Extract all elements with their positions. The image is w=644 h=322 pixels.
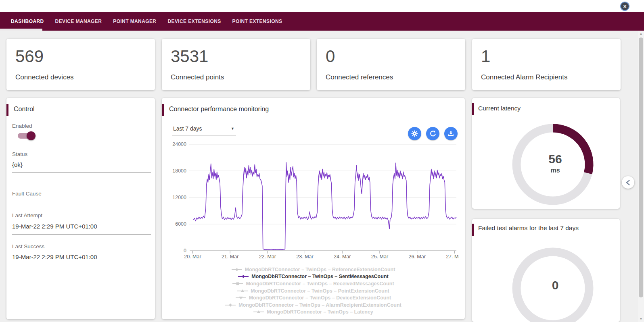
scrollbar-thumb[interactable] (639, 37, 643, 297)
legend-label: MongoDbRTConnector – TwinOps – Latency (267, 309, 373, 315)
legend-item-sent-messages-count[interactable]: MongoDbRTConnector – TwinOps – SentMessa… (162, 273, 465, 280)
legend-label: MongoDbRTConnector – TwinOps – AlarmReci… (238, 302, 401, 308)
svg-text:27. Mar: 27. Mar (446, 254, 459, 260)
chevron-left-icon (622, 177, 634, 189)
triangle-up-marker-icon (253, 310, 264, 314)
drawer-open-handle[interactable] (622, 176, 634, 189)
card-accent-bar (162, 104, 164, 116)
legend-item-reference-extension-count[interactable]: MongoDbRTConnector – TwinOps – Reference… (162, 266, 465, 273)
tab-point-manager[interactable]: POINT MANAGER (107, 12, 162, 31)
field-underline (12, 172, 151, 173)
card-accent-bar (6, 104, 8, 116)
svg-text:21. Mar: 21. Mar (222, 254, 238, 260)
control-panel: Control Enabled Status {ok} Fault Cause … (6, 98, 155, 319)
legend-item-received-messages-count[interactable]: MongoDbRTConnector – TwinOps – ReceivedM… (162, 280, 465, 287)
field-underline (12, 205, 151, 205)
reset-button[interactable] (426, 127, 439, 140)
field-label: Last Success (12, 243, 44, 249)
stat-value: 569 (15, 47, 44, 66)
svg-text:18000: 18000 (172, 168, 186, 174)
stat-label: Connected devices (15, 73, 74, 81)
stat-card-connected-references: 0 Connected references (317, 39, 465, 90)
failed-alarms-value: 0 (531, 278, 579, 292)
stat-value: 1 (481, 47, 490, 66)
legend-label: MongoDbRTConnector – TwinOps – ReceivedM… (246, 281, 394, 287)
failed-alarms-panel: Failed test alarms for the last 7 days 0 (472, 219, 620, 322)
stat-value: 0 (326, 47, 335, 66)
download-button[interactable] (444, 127, 458, 140)
dashboard-app: × DASHBOARD DEVICE MANAGER POINT MANAGER… (0, 0, 644, 322)
legend-item-device-extension-count[interactable]: MongoDbRTConnector – TwinOps – DeviceExt… (162, 294, 465, 301)
field-label: Status (12, 151, 27, 157)
svg-text:20. Mar: 20. Mar (184, 254, 201, 260)
svg-text:0: 0 (184, 248, 186, 253)
tab-dashboard[interactable]: DASHBOARD (5, 12, 50, 31)
close-icon[interactable]: × (620, 2, 629, 11)
chart-legend: MongoDbRTConnector – TwinOps – Reference… (162, 266, 465, 316)
stat-card-connected-points: 3531 Connected points (162, 39, 310, 90)
legend-item-latency[interactable]: MongoDbRTConnector – TwinOps – Latency (162, 309, 465, 316)
field-label: Fault Cause (12, 191, 42, 197)
field-value: {ok} (12, 161, 23, 168)
stat-card-connected-alarm-recipients: 1 Connected Alarm Recipients (472, 39, 621, 90)
svg-text:26. Mar: 26. Mar (408, 254, 425, 260)
legend-label: MongoDbRTConnector – TwinOps – Reference… (245, 267, 395, 272)
field-value: 19-Mar-22 2:29 PM UTC+01:00 (12, 223, 97, 230)
settings-button[interactable] (408, 127, 421, 140)
stat-value: 3531 (171, 47, 208, 66)
legend-label: MongoDbRTConnector – TwinOps – SentMessa… (251, 274, 388, 279)
svg-text:6000: 6000 (175, 221, 186, 227)
svg-text:12000: 12000 (172, 195, 186, 200)
time-range-value: Last 7 days (173, 125, 202, 132)
toggle-knob (27, 131, 36, 140)
triangle-down-marker-icon (236, 296, 246, 300)
window-title-bar: × (0, 0, 644, 12)
tab-point-extensions[interactable]: POINT EXTENSIONS (227, 12, 288, 31)
scroll-down-icon[interactable]: ▼ (638, 317, 644, 321)
stat-label: Connected Alarm Recipients (481, 73, 568, 81)
reset-icon (429, 130, 437, 137)
performance-chart: 0600012000180002400020. Mar21. Mar22. Ma… (172, 140, 459, 261)
latency-value: 56 (531, 152, 579, 166)
field-label: Last Attempt (12, 212, 42, 218)
scroll-up-icon[interactable]: ▲ (638, 32, 644, 35)
stat-label: Connected points (171, 73, 224, 81)
performance-title: Connector performance monitoring (169, 106, 269, 113)
diamond-marker-icon (232, 268, 242, 272)
field-value: 19-Mar-22 2:29 PM UTC+01:00 (12, 253, 97, 260)
legend-item-point-extension-count[interactable]: MongoDbRTConnector – TwinOps – PointExte… (162, 287, 465, 295)
active-tab-indicator (0, 29, 42, 31)
main-navbar: DASHBOARD DEVICE MANAGER POINT MANAGER D… (0, 12, 644, 31)
vertical-scrollbar: ▲ ▼ (638, 31, 644, 322)
diamond-marker-icon (225, 303, 236, 307)
time-range-select[interactable]: Last 7 days ▼ (172, 123, 236, 135)
latency-gauge: 56 ms (472, 98, 620, 209)
diamond-marker-icon (238, 274, 249, 278)
gear-icon (411, 130, 418, 137)
performance-panel: Connector performance monitoring Last 7 … (162, 98, 465, 319)
tab-device-manager[interactable]: DEVICE MANAGER (50, 12, 108, 31)
enabled-label: Enabled (12, 123, 32, 129)
square-marker-icon (232, 282, 243, 286)
stat-card-connected-devices: 569 Connected devices (6, 39, 155, 90)
latency-unit: ms (531, 167, 579, 174)
field-underline (12, 234, 151, 235)
chevron-down-icon: ▼ (231, 127, 234, 131)
failed-alarms-gauge: 0 (472, 219, 620, 322)
legend-item-alarm-recipient-extension-count[interactable]: MongoDbRTConnector – TwinOps – AlarmReci… (162, 301, 465, 309)
stat-label: Connected references (326, 73, 393, 81)
tab-device-extensions[interactable]: DEVICE EXTENSIONS (162, 12, 226, 31)
svg-text:24. Mar: 24. Mar (334, 254, 351, 260)
field-underline (12, 265, 151, 265)
legend-label: MongoDbRTConnector – TwinOps – DeviceExt… (249, 295, 391, 301)
nav-tabs: DASHBOARD DEVICE MANAGER POINT MANAGER D… (0, 12, 644, 31)
svg-text:24000: 24000 (172, 141, 186, 147)
svg-text:22. Mar: 22. Mar (259, 254, 276, 260)
download-icon (447, 130, 454, 137)
legend-label: MongoDbRTConnector – TwinOps – PointExte… (251, 288, 389, 294)
svg-text:23. Mar: 23. Mar (296, 254, 313, 260)
svg-text:25. Mar: 25. Mar (371, 254, 388, 260)
triangle-up-marker-icon (237, 289, 248, 293)
enabled-toggle[interactable] (18, 133, 34, 139)
current-latency-panel: Current latency 56 ms (472, 98, 620, 209)
